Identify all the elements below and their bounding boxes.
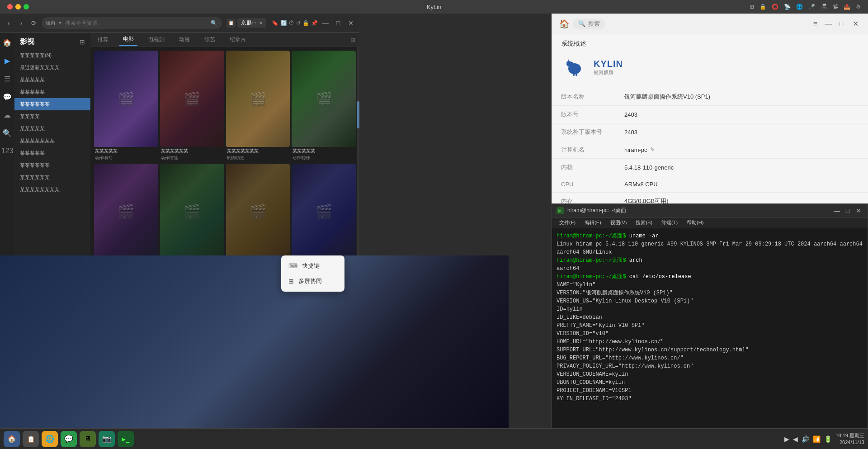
term-cmd-2: arch <box>629 257 642 264</box>
sync-icon[interactable]: 🔄 <box>280 20 287 26</box>
nav-item-6[interactable]: 某某某某某 <box>14 123 90 135</box>
nav-item-11[interactable]: 某某某某某某某某 <box>14 184 90 196</box>
taskbar-taskview[interactable]: 📋 <box>23 431 39 447</box>
sidebar-cloud-icon[interactable]: ☁ <box>2 109 13 120</box>
nav-item-5[interactable]: 某某某某 <box>14 110 90 123</box>
menu-search[interactable]: 搜索(S) <box>632 218 656 227</box>
sys-close-button[interactable]: ✕ <box>850 19 861 29</box>
kylin-logo <box>561 56 588 79</box>
taskbar-camera[interactable]: 📷 <box>99 431 115 447</box>
traffic-green[interactable] <box>24 4 29 9</box>
tab-jilupian[interactable]: 纪录片 <box>226 34 250 45</box>
terminal-minimize-button[interactable]: — <box>832 206 841 215</box>
tab-close-icon[interactable]: ✕ <box>259 20 263 25</box>
tray-icon-4[interactable]: 📶 <box>813 435 821 443</box>
topbar-icon-9[interactable]: 📤 <box>844 4 850 10</box>
nav-forward-button[interactable]: › <box>16 18 26 28</box>
context-item-shortcut[interactable]: ⌨ 快捷键 <box>281 258 344 274</box>
maximize-button[interactable]: □ <box>333 18 343 28</box>
taskbar-messaging[interactable]: 💬 <box>61 431 77 447</box>
menu-terminal[interactable]: 终端(T) <box>658 218 681 227</box>
terminal-line-9: ID_LIKE=debian <box>557 313 863 321</box>
edit-icon-3[interactable]: ✎ <box>650 147 655 153</box>
topbar-icon-4[interactable]: 📡 <box>784 4 791 10</box>
traffic-yellow[interactable] <box>15 4 21 9</box>
tab-dongman[interactable]: 动漫 <box>175 34 193 45</box>
topbar-icon-7[interactable]: 📠 <box>821 4 827 10</box>
sys-maximize-button[interactable]: □ <box>836 19 847 29</box>
tray-icon-2[interactable]: ◀ <box>793 435 798 443</box>
search-icon[interactable]: 🔍 <box>211 20 217 26</box>
nav-item-10[interactable]: 某某某某某某 <box>14 171 90 184</box>
pin-icon[interactable]: 📌 <box>311 20 318 26</box>
nav-item-4[interactable]: 某某某某某某 <box>14 98 90 110</box>
menu-help[interactable]: 帮助(H) <box>683 218 707 227</box>
nav-grid-icon[interactable]: ⊞ <box>80 38 85 46</box>
menu-icon[interactable]: ≡ <box>813 20 817 28</box>
sys-minimize-button[interactable]: — <box>823 19 834 29</box>
topbar-icon-5[interactable]: 🌐 <box>796 4 803 10</box>
nav-item-0[interactable]: 某某某某某(N) <box>14 49 90 61</box>
terminal-line-13: SUPPORT_URL="http://www.kylinos.cn/suppo… <box>557 346 863 354</box>
clock-icon[interactable]: ⏱ <box>289 20 294 26</box>
tab-zongyi[interactable]: 综艺 <box>201 34 219 45</box>
topbar-icon-2[interactable]: 🔒 <box>760 4 766 10</box>
nav-item-1[interactable]: 最近更新某某某某 <box>14 61 90 74</box>
nav-refresh-button[interactable]: ⟳ <box>29 18 39 28</box>
active-tab[interactable]: 京麒··· ✕ <box>237 18 266 28</box>
movie-card-0[interactable]: 🎬 某某某某某 动作/科幻 <box>94 51 158 162</box>
sidebar-chat-icon[interactable]: 💬 <box>2 91 13 102</box>
nav-item-3[interactable]: 某某某某某 <box>14 86 90 98</box>
nav-back-button[interactable]: ‹ <box>4 18 14 28</box>
movie-card-2[interactable]: 🎬 某某某某某某某 剧情/历史 <box>226 51 290 162</box>
info-value-0: 银河麒麟桌面操作系统V10 (SP1) <box>624 93 859 101</box>
tab-dianshiju[interactable]: 电视剧 <box>145 34 168 45</box>
nav-item-2[interactable]: 某某某某某 <box>14 74 90 86</box>
refresh2-icon[interactable]: ↺ <box>296 20 301 26</box>
movie-card-3[interactable]: 🎬 某某某某某 动作/惊悚 <box>292 51 356 162</box>
minimize-button[interactable]: — <box>321 18 330 28</box>
tray-icon-5[interactable]: 🔋 <box>824 435 832 443</box>
bookmark-icon[interactable]: 🔖 <box>272 20 278 26</box>
topbar-icon-10[interactable]: ⚙ <box>856 4 861 10</box>
nav-item-9[interactable]: 某某某某某某 <box>14 159 90 171</box>
shortcut-icon: ⌨ <box>288 262 297 269</box>
terminal-maximize-button[interactable]: □ <box>843 206 852 215</box>
sidebar-home-icon[interactable]: 🏠 <box>2 37 13 48</box>
tab-tuijian[interactable]: 推荐 <box>94 34 112 45</box>
taskbar-files[interactable]: 🖥 <box>80 431 96 447</box>
address-bar[interactable]: 组内 ▼ 🔍 <box>42 17 222 29</box>
taskbar-start-menu[interactable]: 🏠 <box>4 431 20 447</box>
terminal-close-button[interactable]: ✕ <box>854 206 863 215</box>
sidebar-play-icon[interactable]: ▶ <box>2 55 13 66</box>
sidebar-discover-icon[interactable]: 🔍 <box>2 128 13 138</box>
context-item-multiscreen[interactable]: ⊞ 多屏协同 <box>281 274 344 289</box>
close-button[interactable]: ✕ <box>346 18 356 28</box>
menu-file[interactable]: 文件(F) <box>556 218 579 227</box>
nav-item-7[interactable]: 某某某某某某某 <box>14 135 90 147</box>
menu-edit[interactable]: 编辑(E) <box>581 218 605 227</box>
topbar-icon-3[interactable]: ⭕ <box>772 4 778 10</box>
tab-dianying[interactable]: 电影 <box>119 33 137 46</box>
movie-card-1[interactable]: 🎬 某某某某某某 动作/冒险 <box>160 51 224 162</box>
topbar-icon-8[interactable]: 📽 <box>833 4 838 10</box>
home-icon[interactable]: 🏠 <box>559 19 569 29</box>
sidebar-number-icon[interactable]: 123 <box>2 146 13 156</box>
sidebar-list-icon[interactable]: ☰ <box>2 73 13 84</box>
layout-toggle-icon[interactable]: ⊞ <box>350 36 356 43</box>
taskbar-terminal[interactable]: ▶_ <box>118 431 134 447</box>
search-bar[interactable]: 🔍 搜索 <box>573 19 605 29</box>
taskbar-browser[interactable]: 🌐 <box>42 431 58 447</box>
topbar-icon-1[interactable]: ⊞ <box>750 4 754 10</box>
tray-icon-3[interactable]: 🔊 <box>802 435 809 443</box>
traffic-red[interactable] <box>7 4 13 9</box>
topbar-icon-6[interactable]: 🎤 <box>808 4 815 10</box>
scroll-thumb[interactable] <box>357 101 359 128</box>
menu-view[interactable]: 视图(V) <box>607 218 631 227</box>
tray-icon-1[interactable]: ▶ <box>784 435 789 443</box>
nav-item-8[interactable]: 某某某某某 <box>14 147 90 159</box>
search-input[interactable] <box>65 20 208 26</box>
lock-icon[interactable]: 🔒 <box>302 20 309 26</box>
terminal-body[interactable]: hiram@hiram-pc:~/桌面$ uname -arLinux hira… <box>552 228 868 449</box>
movie-sub-0: 动作/科幻 <box>94 155 158 162</box>
